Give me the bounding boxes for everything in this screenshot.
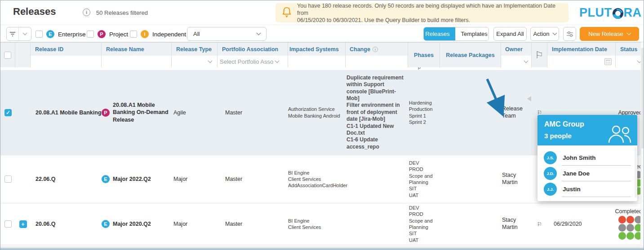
table-row[interactable]: + 20.06.Q E Major 2020.Q2 Major Master B… [0, 203, 644, 245]
team-popup: AMC Group 3 people J.S. John Smith J.D. … [537, 115, 637, 201]
independent-badge-icon: I [141, 30, 149, 38]
expand-row-button[interactable]: + [19, 220, 27, 228]
avatar: J.S. [544, 151, 557, 164]
header-select-all-cell[interactable] [0, 43, 15, 67]
release-type-select[interactable]: All [187, 27, 266, 41]
release-packages [440, 203, 501, 245]
phases: Hardening Production Sprint 1 Sprint 2 [408, 70, 440, 155]
impacted-systems: BI Engine Client Services AddAssociation… [288, 155, 346, 203]
column-impacted-systems[interactable]: Impacted Systems [288, 43, 346, 67]
checkbox[interactable] [36, 31, 43, 38]
filter-split-button[interactable] [6, 27, 31, 41]
implementation-date: 06/29/2020 [547, 203, 616, 245]
chevron-down-icon [626, 31, 631, 35]
group-people-icon [606, 124, 634, 144]
phases: DEV PROD Scope and Planning SIT UAT [408, 155, 440, 203]
plutora-logo: PLUT RA [579, 6, 642, 20]
project-badge-icon: P [98, 30, 106, 38]
action-button[interactable]: Action [530, 27, 559, 41]
column-owner[interactable]: Owner [501, 43, 532, 67]
vertical-scrollbar[interactable] [640, 42, 644, 246]
column-implementation-date[interactable]: Implementation Date [547, 43, 616, 67]
flag-icon[interactable]: ⚐ [537, 221, 542, 228]
chevron-down-icon [275, 58, 280, 63]
release-type: Major [172, 155, 218, 203]
column-status[interactable]: Status [616, 43, 644, 67]
release-name: Major 2022.Q2 [113, 175, 151, 183]
member-name: Jane Doe [562, 170, 631, 181]
grid-header: Release ID Release Name Release Type Por… [0, 42, 644, 67]
checkbox[interactable] [87, 31, 94, 38]
portfolio-association: Master [218, 203, 288, 245]
portfolio-association: Master [218, 155, 288, 203]
list-item[interactable]: J.D. Jane Doe [544, 166, 631, 181]
release-name: 20.08.A1 Mobile Banking On-Demand Releas… [113, 101, 172, 123]
date-filter[interactable] [547, 56, 615, 67]
enterprise-badge-icon: E [102, 220, 110, 228]
change-info-icon[interactable]: i [373, 47, 378, 52]
chevron-down-icon [524, 58, 529, 63]
popup-scrollbar[interactable] [635, 147, 637, 197]
chevron-down-icon [257, 31, 261, 35]
new-release-button[interactable]: New Release [580, 27, 639, 41]
independent-filter-checkbox[interactable]: I Independent [130, 30, 186, 38]
column-portfolio-association[interactable]: Portfolio Association Select Portfolio A… [218, 43, 288, 67]
list-item[interactable]: J.J. Justin [544, 181, 631, 197]
filter-dropdown-chevron-icon[interactable] [19, 27, 31, 40]
portfolio-association: Master [218, 70, 288, 155]
phases: DEV PROD Scope and Planning SIT UAT [408, 203, 440, 245]
list-item[interactable]: J.S. John Smith [544, 150, 631, 166]
status-filter[interactable] [616, 56, 644, 67]
owner-filter[interactable] [501, 56, 531, 67]
avatar: J.J. [544, 183, 557, 196]
status-dots [618, 216, 642, 240]
column-release-type[interactable]: Release Type [172, 43, 218, 67]
project-filter-checkbox[interactable]: P Project [87, 30, 128, 38]
release-id: 20.06.Q [31, 203, 102, 245]
release-type-filter[interactable] [172, 56, 217, 67]
filter-funnel-icon[interactable] [7, 27, 19, 40]
toolbar: E Enterprise P Project I Independent All… [0, 26, 644, 42]
bell-icon [282, 6, 292, 20]
column-change[interactable]: Change i [346, 43, 408, 67]
column-release-packages[interactable]: Release Packages [440, 43, 501, 67]
settings-sliders-button[interactable] [563, 27, 576, 41]
enterprise-filter-checkbox[interactable]: E Enterprise [36, 30, 86, 38]
owner: Stacy Martin [501, 155, 532, 203]
enterprise-badge-icon: E [102, 175, 110, 183]
select-all-checkbox[interactable] [4, 52, 11, 59]
page-title: Releases [13, 6, 56, 18]
checkbox[interactable] [130, 31, 137, 38]
row-checkbox[interactable] [4, 109, 12, 116]
releases-window: Releases i 50 Releases filtered You have… [0, 0, 644, 250]
status-badge: Completed [615, 208, 642, 215]
flag-cell[interactable]: ⚐ [532, 203, 547, 245]
notification-banner: You have 180 release records. Only 50 re… [275, 3, 568, 22]
column-release-id[interactable]: Release ID [31, 43, 102, 67]
scrollbar-thumb[interactable] [641, 48, 644, 149]
title-bar: Releases i 50 Releases filtered You have… [0, 0, 644, 25]
enterprise-badge-icon: E [46, 30, 54, 38]
calendar-icon[interactable] [604, 58, 612, 65]
logo-o-icon [613, 8, 623, 19]
tab-templates[interactable]: Templates [455, 27, 489, 40]
column-phases[interactable]: Phases [408, 43, 440, 67]
tab-releases[interactable]: Releases [423, 27, 455, 40]
chevron-down-icon [208, 58, 213, 63]
sliders-icon [566, 31, 573, 38]
impacted-systems: BI Engine Client Services [288, 203, 346, 245]
team-popup-header: AMC Group 3 people [537, 115, 637, 145]
change: Duplicate requirement within Support con… [346, 70, 408, 155]
expand-all-button[interactable]: Expand All [493, 27, 527, 41]
release-id: 20.08.A1 Mobile Banking [31, 70, 102, 155]
info-icon[interactable]: i [83, 9, 90, 16]
column-release-name[interactable]: Release Name [102, 43, 172, 67]
column-flag[interactable]: ⚐ [532, 43, 547, 67]
collapse-arrow-icon[interactable] [527, 96, 531, 101]
row-checkbox[interactable] [4, 220, 12, 228]
member-name: Justin [562, 186, 631, 197]
row-checkbox[interactable] [4, 175, 12, 183]
portfolio-filter-select[interactable]: Select Portfolio Asso [218, 56, 288, 67]
release-type: Agile [172, 70, 218, 155]
flag-icon: ⚐ [535, 50, 544, 61]
